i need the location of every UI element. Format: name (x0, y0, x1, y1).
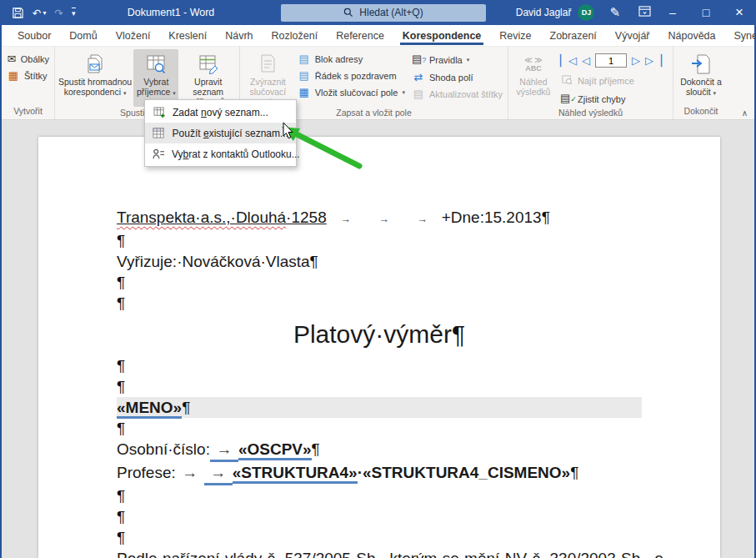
dropdown-arrow-icon: ▾ (123, 90, 127, 96)
dropdown-arrow-icon: ▾ (402, 89, 405, 96)
rules-icon: ▤? (412, 53, 425, 66)
document-line: ¶ (117, 485, 642, 506)
document-page[interactable]: Transpekta·a.s.,·Dlouhá·1258→→→+Dne:15.2… (38, 137, 720, 558)
insert-merge-field-button[interactable]: ▦ Vložit slučovací pole ▾ (294, 85, 408, 99)
minimize-button[interactable]: – (656, 0, 689, 25)
check-for-errors-button[interactable]: ▤✓ Zjistit chyby (557, 91, 671, 107)
document-line: Platový·výměr¶ (117, 314, 642, 355)
tab-návrh[interactable]: Návrh (216, 25, 262, 46)
tab-korespondence[interactable]: Korespondence (393, 25, 490, 46)
tab-soubor[interactable]: Soubor (8, 25, 60, 46)
tab-reference[interactable]: Reference (327, 25, 393, 46)
match-fields-button[interactable]: ⇄ Shoda polí (408, 70, 506, 84)
maximize-button[interactable]: □ (689, 0, 723, 25)
find-recipient-button[interactable]: Najít příjemce (557, 73, 671, 88)
tab-domů[interactable]: Domů (60, 25, 106, 46)
ribbon-group-create: ✉ Obálky ▦ Štítky Vytvořit (2, 47, 55, 119)
undo-dropdown-icon: ▾ (43, 9, 46, 17)
envelopes-button[interactable]: ✉ Obálky (3, 52, 53, 66)
ribbon-tab-row: SouborDomůVloženíKresleníNávrhRozloženíR… (2, 25, 754, 47)
existing-list-icon (153, 128, 166, 139)
tab-kreslení[interactable]: Kreslení (159, 25, 216, 46)
greeting-line-icon: ▤ (298, 70, 311, 81)
tab-synergy[interactable]: Synergy (725, 25, 756, 46)
collapse-ribbon-button[interactable]: ∧ (742, 108, 748, 118)
group-label-finish: Dokončit (675, 105, 727, 119)
new-list-icon (153, 107, 166, 118)
highlight-merge-fields-icon (258, 52, 278, 77)
menu-item-label: Vybrat z kontaktů Outlooku... (172, 148, 300, 160)
menu-item-label: Zadat nový seznam... (173, 107, 268, 118)
address-block-button[interactable]: ▤ Blok adresy (294, 52, 408, 66)
search-icon (343, 8, 353, 18)
group-label-preview: Náhled výsledků (510, 107, 671, 119)
close-button[interactable]: × (723, 0, 756, 25)
record-number-input[interactable] (595, 53, 627, 68)
search-placeholder: Hledat (Alt+Q) (359, 7, 423, 18)
tab-rozložení[interactable]: Rozložení (263, 25, 328, 46)
highlight-merge-fields-button[interactable]: Zvýraznit slučovací pole (242, 49, 294, 107)
document-line: ¶ (117, 230, 642, 251)
tab-zobrazení[interactable]: Zobrazení (541, 25, 606, 46)
rules-button[interactable]: ▤? Pravidla ▾ (408, 52, 506, 68)
document-line: ▸Podle·nařízení·vlády·č.·537/2005·Sb.,·k… (117, 548, 642, 558)
ribbon: ✉ Obálky ▦ Štítky Vytvořit Spustit hroma… (2, 47, 754, 120)
save-button[interactable] (12, 7, 24, 19)
greeting-line-button[interactable]: ▤ Řádek s pozdravem (294, 68, 408, 83)
last-record-button[interactable]: ▷▕ (645, 54, 662, 67)
check-errors-icon: ▤✓ (560, 93, 573, 105)
envelope-icon: ✉ (7, 53, 17, 64)
user-name[interactable]: David Jaglař (516, 7, 572, 18)
document-line: Transpekta·a.s.,·Dlouhá·1258→→→+Dne:15.2… (117, 207, 642, 230)
menu-item-1[interactable]: Použít existující seznam... (145, 123, 296, 143)
undo-button[interactable]: ↶▾ (33, 7, 47, 19)
previous-record-button[interactable]: ◁ (582, 54, 590, 67)
document-line: ¶ (117, 355, 642, 376)
ribbon-display-options-icon[interactable] (638, 6, 651, 19)
tab-vývojář[interactable]: Vývojář (606, 25, 659, 46)
insert-merge-field-icon: ▦ (298, 87, 311, 98)
menu-item-label: Použít existující seznam... (173, 128, 288, 139)
menu-item-0[interactable]: Zadat nový seznam... (145, 102, 296, 123)
tab-nápověda[interactable]: Nápověda (659, 25, 725, 46)
document-line: ¶ (117, 527, 642, 548)
redo-button[interactable]: ↷ (55, 7, 63, 19)
labels-button[interactable]: ▦ Štítky (3, 68, 53, 83)
start-mail-merge-button[interactable]: Spustit hromadnou korespondenci ▾ (57, 49, 133, 107)
ink-pen-icon[interactable]: ✎ (609, 5, 620, 20)
customize-quick-access-icon[interactable]: ▾ (72, 8, 76, 18)
find-recipient-icon (560, 74, 573, 87)
word-window: ↶▾ ↷ ▾ Dokument1 - Word Hledat (Alt+Q) D… (0, 0, 756, 558)
document-line: Profese:→→«STRUKTURA4»·«STRUKTURA4_CISME… (117, 462, 642, 485)
document-line: «MENO»¶ (117, 397, 642, 418)
tab-vložení[interactable]: Vložení (107, 25, 160, 46)
document-line: ¶ (117, 506, 642, 527)
start-mail-merge-icon (84, 52, 106, 77)
save-icon (12, 7, 24, 19)
document-title: Dokument1 - Word (96, 7, 246, 18)
update-labels-button[interactable]: ▤ Aktualizovat štítky (408, 87, 506, 101)
document-line: ¶ (117, 418, 642, 439)
ribbon-group-preview-results: ≪ ≫ABC Náhled výsledků ▏◁ ◁ ▷ ▷▕ (508, 47, 673, 119)
document-line: ¶ (117, 293, 642, 314)
next-record-button[interactable]: ▷ (632, 54, 640, 67)
document-area: Transpekta·a.s.,·Dlouhá·1258→→→+Dne:15.2… (2, 120, 754, 558)
dropdown-arrow-icon: ▾ (173, 90, 176, 96)
edit-recipient-list-button[interactable]: Upravit seznam příjemců (178, 49, 238, 107)
update-labels-icon: ▤ (412, 88, 425, 99)
ribbon-group-finish: Dokončit a sloučit ▾ Dokončit (673, 47, 728, 119)
preview-results-button[interactable]: ≪ ≫ABC Náhled výsledků (510, 49, 557, 107)
tab-revize[interactable]: Revize (490, 25, 540, 46)
document-line: ¶ (117, 272, 642, 293)
search-box[interactable]: Hledat (Alt+Q) (281, 4, 486, 22)
avatar[interactable]: DJ (578, 4, 594, 21)
first-record-button[interactable]: ▏◁ (560, 54, 577, 67)
labels-icon: ▦ (7, 70, 20, 81)
finish-and-merge-button[interactable]: Dokončit a sloučit ▾ (675, 49, 727, 105)
dropdown-arrow-icon: ▾ (467, 57, 470, 63)
edit-recipient-list-icon (198, 52, 219, 77)
select-recipients-button[interactable]: Vybrat příjemce ▾ (133, 49, 178, 107)
menu-item-2[interactable]: Vybrat z kontaktů Outlooku... (145, 143, 296, 164)
preview-results-icon: ≪ ≫ABC (524, 52, 542, 77)
select-recipients-menu: Zadat nový seznam...Použít existující se… (144, 99, 297, 167)
